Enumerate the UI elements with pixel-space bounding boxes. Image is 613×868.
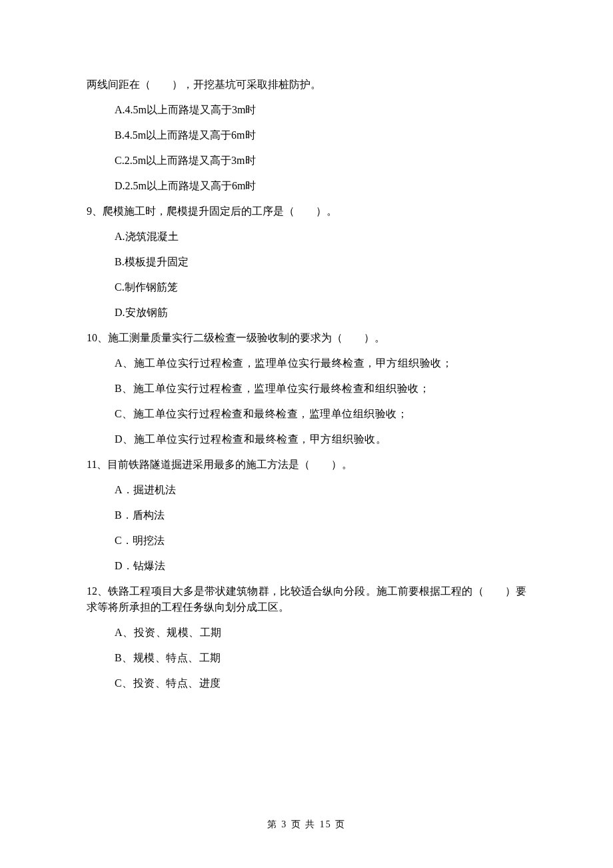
q11-option-c: C．明挖法 xyxy=(87,533,526,549)
q10-option-c: C、施工单位实行过程检查和最终检查，监理单位组织验收； xyxy=(87,406,526,422)
q11-option-a: A．掘进机法 xyxy=(87,482,526,498)
page-footer: 第 3 页 共 15 页 xyxy=(0,817,613,831)
q9-option-c: C.制作钢筋笼 xyxy=(87,279,526,295)
q9-option-a: A.浇筑混凝土 xyxy=(87,229,526,245)
q12-option-b: B、规模、特点、工期 xyxy=(87,650,526,666)
q9-option-d: D.安放钢筋 xyxy=(87,305,526,321)
page-content: 两线间距在（ ），开挖基坑可采取排桩防护。 A.4.5m以上而路堤又高于3m时 … xyxy=(0,0,613,691)
q11-stem: 11、目前铁路隧道掘进采用最多的施工方法是（ ）。 xyxy=(87,457,526,473)
q10-option-d: D、施工单位实行过程检查和最终检查，甲方组织验收。 xyxy=(87,431,526,447)
q11-option-b: B．盾构法 xyxy=(87,507,526,523)
q12-stem: 12、铁路工程项目大多是带状建筑物群，比较适合纵向分段。施工前要根据工程的（ ）… xyxy=(87,583,526,615)
q12-option-c: C、投资、特点、进度 xyxy=(87,675,526,691)
q8-option-b: B.4.5m以上而路堤又高于6m时 xyxy=(87,127,526,143)
q8-option-a: A.4.5m以上而路堤又高于3m时 xyxy=(87,102,526,118)
q10-option-b: B、施工单位实行过程检查，监理单位实行最终检查和组织验收； xyxy=(87,381,526,397)
q8-option-c: C.2.5m以上而路堤又高于3m时 xyxy=(87,153,526,169)
q12-option-a: A、投资、规模、工期 xyxy=(87,625,526,641)
q10-stem: 10、施工测量质量实行二级检查一级验收制的要求为（ ）。 xyxy=(87,330,526,346)
q9-option-b: B.模板提升固定 xyxy=(87,254,526,270)
q8-option-d: D.2.5m以上而路堤又高于6m时 xyxy=(87,178,526,194)
q9-stem: 9、爬模施工时，爬模提升固定后的工序是（ ）。 xyxy=(87,203,526,219)
q10-option-a: A、施工单位实行过程检查，监理单位实行最终检查，甲方组织验收； xyxy=(87,355,526,371)
q11-option-d: D．钻爆法 xyxy=(87,558,526,574)
q8-continuation: 两线间距在（ ），开挖基坑可采取排桩防护。 xyxy=(87,77,526,93)
